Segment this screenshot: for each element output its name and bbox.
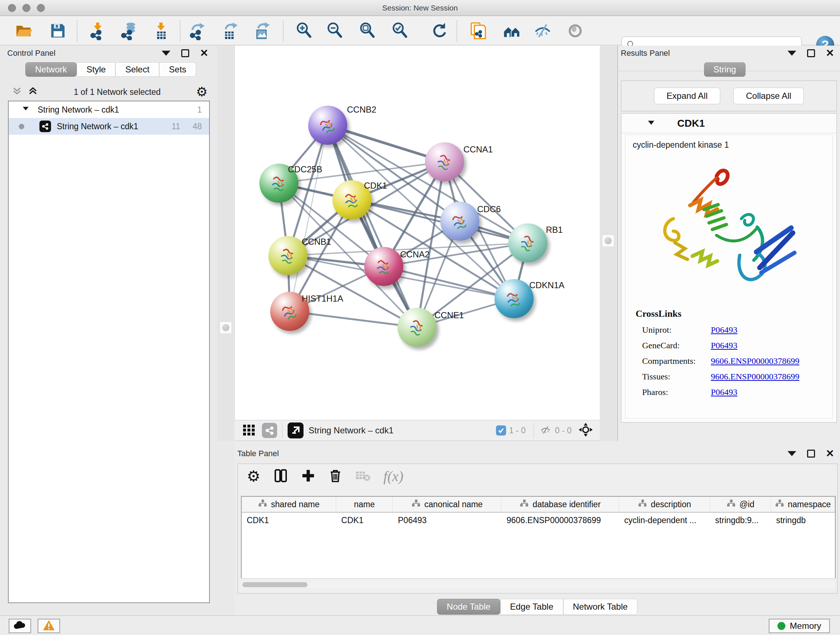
fit-content-button[interactable] (357, 21, 377, 42)
collapse-all-button[interactable]: Collapse All (733, 88, 804, 104)
import-table-button[interactable] (151, 21, 171, 42)
add-column-icon[interactable] (301, 469, 316, 485)
tab-node-table[interactable]: Node Table (437, 599, 500, 615)
close-panel-icon[interactable]: ✕ (826, 49, 834, 57)
tab-style[interactable]: Style (77, 62, 115, 77)
detach-view-icon[interactable] (287, 423, 303, 439)
network-node-CCNE1[interactable] (398, 308, 437, 347)
save-session-button[interactable] (48, 21, 68, 42)
network-node-CCNA2[interactable] (364, 247, 403, 286)
gene-details-card: CDK1 cyclin-dependent kinase 1 (621, 113, 837, 423)
column-header-namespace[interactable]: namespace (771, 497, 835, 512)
import-network-from-database-button[interactable] (118, 21, 139, 42)
export-image-button[interactable] (252, 21, 272, 42)
panel-menu-icon[interactable] (162, 51, 171, 56)
collection-expander-icon[interactable] (22, 105, 30, 115)
table-options-gear-icon[interactable]: ⚙ (247, 470, 261, 483)
column-label: database identifier (532, 500, 600, 509)
export-table-button[interactable] (219, 21, 240, 42)
shared-column-icon (519, 499, 529, 510)
close-panel-icon[interactable]: ✕ (200, 49, 208, 57)
show-columns-icon[interactable] (273, 469, 288, 485)
cloud-status-button[interactable] (9, 619, 31, 633)
shared-column-icon (775, 499, 784, 510)
column-header-description[interactable]: description (619, 497, 710, 512)
zoom-in-button[interactable] (294, 21, 314, 42)
float-panel-icon[interactable] (181, 49, 189, 57)
control-panel-tabs: Network Style Select Sets (25, 62, 196, 77)
network-node-RB1[interactable] (508, 223, 547, 263)
zoom-out-button[interactable] (325, 21, 345, 42)
home-button[interactable] (502, 21, 522, 42)
tab-network[interactable]: Network (25, 62, 77, 77)
gene-collapse-icon[interactable] (647, 119, 655, 128)
crosslink-genecard-link[interactable]: P06493 (711, 340, 737, 350)
open-session-button[interactable] (14, 21, 34, 42)
network-node-CDKN1A[interactable] (494, 279, 534, 318)
view-status-dot-icon (19, 124, 24, 129)
panel-menu-icon[interactable] (788, 51, 796, 56)
expand-all-networks-icon[interactable] (27, 86, 38, 98)
network-node-CCNB2[interactable] (308, 106, 347, 145)
left-splitter-handle[interactable] (219, 321, 232, 334)
share-document-button[interactable] (467, 21, 488, 42)
hidden-items-icon[interactable] (539, 423, 552, 438)
tab-network-table[interactable]: Network Table (563, 599, 638, 615)
column-header-canonical-name[interactable]: canonical name (393, 497, 501, 512)
memory-button[interactable]: Memory (769, 619, 830, 633)
table-cell[interactable]: CDK1 (336, 513, 393, 529)
close-panel-icon[interactable]: ✕ (826, 450, 834, 458)
table-cell[interactable]: cyclin-dependent ... (619, 513, 710, 529)
column-header-name[interactable]: name (336, 497, 393, 512)
table-cell[interactable]: stringdb (771, 513, 835, 529)
grid-view-icon[interactable] (242, 423, 256, 438)
hide-graphics-button[interactable] (532, 21, 553, 42)
warnings-button[interactable] (38, 619, 60, 633)
scrollbar-thumb[interactable] (242, 582, 308, 587)
float-panel-icon[interactable] (807, 450, 815, 458)
node-label-CCNA2: CCNA2 (400, 249, 429, 260)
tab-sets[interactable]: Sets (159, 62, 196, 77)
render-detail-button[interactable] (565, 21, 585, 42)
network-row-selected[interactable]: String Network – cdk1 11 48 (9, 118, 209, 135)
right-splitter-handle[interactable] (602, 234, 614, 247)
tab-select[interactable]: Select (115, 62, 159, 77)
network-node-CCNA1[interactable] (425, 142, 464, 181)
crosslink-pharos-link[interactable]: P06493 (711, 387, 737, 397)
table-horizontal-scrollbar[interactable] (241, 581, 836, 588)
left-splitter[interactable] (217, 46, 234, 441)
network-collection-row[interactable]: String Network – cdk1 1 (9, 101, 209, 118)
table-cell[interactable]: CDK1 (242, 513, 336, 529)
crosslink-uniprot-link[interactable]: P06493 (711, 325, 737, 335)
tab-edge-table[interactable]: Edge Table (500, 599, 563, 615)
column-header-database-identifier[interactable]: database identifier (501, 497, 619, 512)
import-network-button[interactable] (88, 21, 108, 42)
network-options-gear-icon[interactable]: ⚙ (196, 86, 208, 98)
delete-column-icon[interactable] (328, 469, 342, 485)
node-label-CDK1: CDK1 (364, 181, 387, 191)
birds-eye-view-icon[interactable] (578, 422, 593, 439)
refresh-view-button[interactable] (429, 21, 450, 42)
network-share-icon[interactable] (262, 423, 277, 438)
selected-nodes-checkbox[interactable] (496, 425, 506, 435)
table-cell[interactable]: 9606.ENSP00000378699 (501, 513, 619, 529)
zoom-selected-button[interactable] (390, 21, 410, 42)
export-network-button[interactable] (187, 21, 207, 42)
function-builder-icon[interactable]: f(x) (384, 468, 404, 485)
table-cell[interactable]: stringdb:9... (710, 513, 771, 529)
node-table[interactable]: shared namenamecanonical namedatabase id… (241, 496, 836, 578)
float-panel-icon[interactable] (807, 49, 815, 57)
column-header--id[interactable]: @id (710, 497, 771, 512)
panel-menu-icon[interactable] (788, 451, 796, 456)
collapse-all-networks-icon[interactable] (11, 86, 22, 98)
table-cell[interactable]: P06493 (393, 513, 501, 529)
expand-all-button[interactable]: Expand All (654, 88, 720, 104)
delete-table-icon[interactable] (355, 469, 370, 484)
right-splitter[interactable] (600, 46, 616, 441)
network-node-CDC6[interactable] (440, 202, 479, 241)
crosslink-tissues-link[interactable]: 9606.ENSP00000378699 (711, 372, 799, 382)
crosslink-compartments-link[interactable]: 9606.ENSP00000378699 (711, 356, 799, 366)
column-header-shared-name[interactable]: shared name (242, 497, 336, 512)
tab-string[interactable]: String (704, 62, 745, 77)
network-canvas[interactable]: CCNB2CCNA1CDC25BCDK1CDC6RB1CCNB1CCNA2CDK… (234, 46, 600, 420)
